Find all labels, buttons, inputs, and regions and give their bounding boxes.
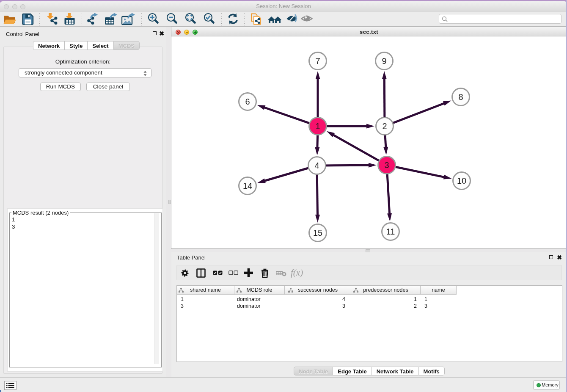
- svg-text:11: 11: [386, 227, 395, 236]
- svg-text:7: 7: [315, 56, 320, 66]
- svg-text:6: 6: [245, 97, 250, 106]
- svg-text:4: 4: [314, 161, 319, 170]
- svg-text:1: 1: [315, 121, 320, 131]
- svg-text:15: 15: [313, 228, 322, 237]
- svg-text:10: 10: [457, 176, 466, 185]
- svg-text:2: 2: [382, 121, 387, 131]
- svg-text:9: 9: [382, 56, 386, 66]
- svg-text:14: 14: [243, 181, 252, 190]
- svg-text:8: 8: [458, 92, 463, 102]
- svg-text:3: 3: [384, 160, 389, 170]
